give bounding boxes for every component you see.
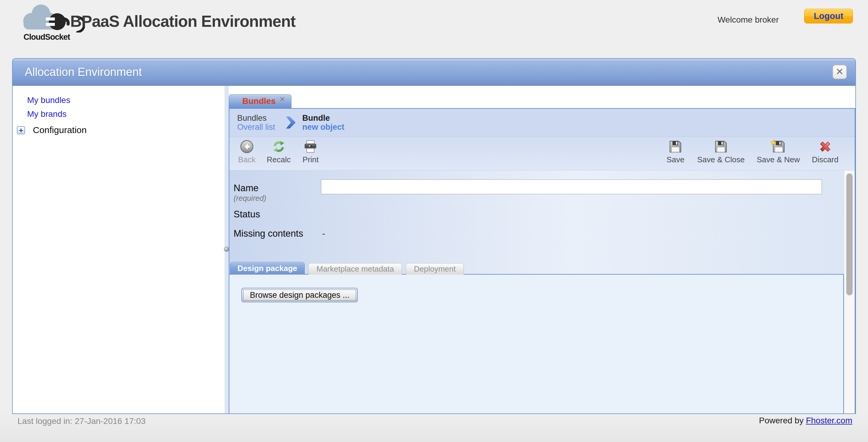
bundle-form-region: Name (required) Status Missing contents … (229, 170, 855, 413)
sidebar-item-configuration[interactable]: Configuration (17, 125, 224, 135)
vertical-scrollbar[interactable] (844, 170, 855, 413)
save-floppy-icon (669, 139, 682, 154)
tab-bundles[interactable]: Bundles (229, 94, 291, 108)
print-button[interactable]: Print (301, 139, 320, 164)
breadcrumb-current: Bundle new object (302, 113, 344, 132)
allocation-environment-panel: Allocation Environment My bundles My bra… (12, 58, 856, 414)
panel-close-button[interactable] (832, 65, 847, 79)
breadcrumb-parent: Bundles Overall list (237, 113, 275, 132)
missing-contents-value: - (322, 229, 325, 239)
sidebar-splitter[interactable] (224, 86, 229, 414)
powered-by-text: Powered by (759, 416, 804, 425)
tab-close-icon[interactable] (279, 95, 287, 104)
tab-marketplace-metadata[interactable]: Marketplace metadata (308, 263, 402, 275)
missing-contents-label: Missing contents (234, 228, 303, 239)
logout-button[interactable]: Logout (804, 9, 853, 24)
panel-title: Allocation Environment (25, 66, 142, 78)
app-title: BPaaS Allocation Environment (70, 12, 296, 30)
design-package-panel: Browse design packages ... (229, 274, 844, 413)
name-field-label: Name (234, 183, 258, 194)
panel-header: Allocation Environment (13, 59, 855, 86)
save-label: Save (667, 155, 684, 164)
bundle-editor: Bundles Overall list B (229, 108, 855, 414)
name-input[interactable] (321, 179, 822, 194)
welcome-text: Welcome broker (718, 15, 779, 25)
save-close-button[interactable]: Save & Close (697, 139, 745, 164)
last-login-text: Last logged in: 27-Jan-2016 17:03 (18, 416, 146, 426)
recalc-label: Recalc (267, 155, 290, 164)
fhoster-link[interactable]: Fhoster.com (806, 416, 852, 425)
save-new-floppy-star-icon (771, 139, 786, 154)
recalc-refresh-icon (272, 139, 286, 154)
breadcrumb-parent-title: Bundles (237, 113, 275, 123)
powered-by: Powered by Fhoster.com (759, 416, 852, 426)
tab-deployment[interactable]: Deployment (406, 263, 464, 275)
discard-x-icon (818, 139, 832, 154)
toolbar-left-group: Back (237, 139, 320, 164)
name-required-note: (required) (234, 194, 266, 203)
panel-body: My bundles My brands Configuration Bundl… (13, 86, 855, 414)
splitter-handle-icon[interactable] (224, 247, 229, 252)
breadcrumb-current-subtitle: new object (302, 123, 344, 132)
bpaas-allocation-app: CloudSocket BPaaS Allocation Environment… (0, 0, 868, 442)
toolbar: Back (229, 136, 855, 170)
sidebar-item-my-bundles[interactable]: My bundles (27, 96, 70, 105)
scrollbar-thumb[interactable] (846, 173, 852, 295)
back-button[interactable]: Back (237, 139, 256, 164)
save-new-label: Save & New (757, 155, 800, 164)
sidebar: My bundles My brands Configuration (13, 86, 224, 414)
expand-plus-icon[interactable] (17, 126, 25, 134)
workspace-tab-strip: Bundles (229, 86, 855, 108)
back-label: Back (238, 155, 255, 164)
logo-wordmark: CloudSocket (12, 33, 82, 42)
discard-button[interactable]: Discard (812, 139, 838, 164)
toolbar-right-group: Save (666, 139, 838, 164)
discard-label: Discard (812, 155, 838, 164)
detail-tabs: Design package Marketplace metadata Depl… (230, 263, 464, 275)
workspace: Bundles Bundles Overall list (229, 86, 855, 414)
back-icon (240, 139, 254, 154)
save-button[interactable]: Save (666, 139, 685, 164)
status-field-label: Status (234, 209, 260, 220)
tab-design-package[interactable]: Design package (230, 262, 305, 275)
breadcrumb: Bundles Overall list B (229, 109, 855, 136)
save-close-floppy-icon (714, 139, 728, 154)
app-header: CloudSocket BPaaS Allocation Environment… (0, 0, 868, 45)
sidebar-item-my-brands[interactable]: My brands (27, 109, 67, 119)
chevron-right-icon (285, 115, 296, 130)
recalc-button[interactable]: Recalc (267, 139, 290, 164)
save-close-label: Save & Close (697, 155, 745, 164)
breadcrumb-current-title: Bundle (302, 113, 344, 123)
breadcrumb-parent-link[interactable]: Overall list (237, 123, 275, 132)
print-icon (304, 139, 317, 154)
sidebar-item-label: Configuration (33, 125, 87, 135)
save-new-button[interactable]: Save & New (757, 139, 800, 164)
browse-design-packages-button[interactable]: Browse design packages ... (241, 288, 358, 302)
tab-bundles-label: Bundles (242, 96, 276, 106)
print-label: Print (303, 155, 318, 164)
